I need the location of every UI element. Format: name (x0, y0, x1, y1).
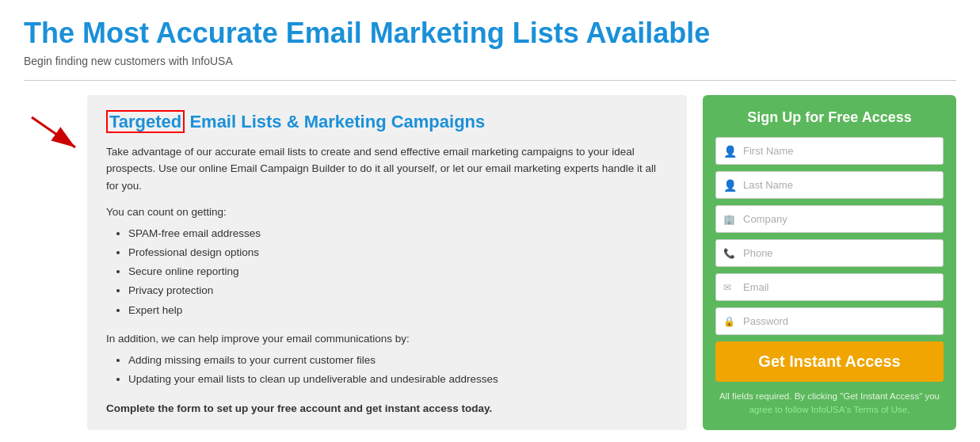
terms-period: . (907, 405, 909, 414)
phone-input[interactable] (715, 239, 944, 267)
email-input[interactable] (715, 273, 944, 301)
list-item: Adding missing emails to your current cu… (128, 351, 668, 370)
get-instant-access-button[interactable]: Get Instant Access (715, 341, 944, 382)
terms-text: All fields required. By clicking "Get In… (715, 390, 944, 417)
list-item: Expert help (128, 301, 668, 320)
last-name-group: 👤 (715, 171, 944, 199)
content-heading: Targeted Email Lists & Marketing Campaig… (106, 111, 668, 134)
main-content: Targeted Email Lists & Marketing Campaig… (24, 95, 956, 430)
page-subtitle: Begin finding new customers with InfoUSA (24, 55, 956, 67)
list-item: Professional design options (128, 243, 668, 262)
divider (24, 80, 956, 81)
targeted-label: Targeted (106, 110, 185, 133)
list-item: Secure online reporting (128, 262, 668, 281)
arrow-icon (24, 109, 87, 157)
can-count-label: You can count on getting: (106, 206, 668, 218)
svg-line-1 (32, 117, 75, 147)
last-name-input[interactable] (715, 171, 944, 199)
content-description: Take advantage of our accurate email lis… (106, 143, 668, 195)
complete-form-text: Complete the form to set up your free ac… (106, 402, 668, 414)
first-name-input[interactable] (715, 137, 944, 165)
heading-rest: Email Lists & Marketing Campaigns (185, 112, 485, 131)
right-panel: Sign Up for Free Access 👤 👤 🏢 📞 ✉ (703, 95, 956, 430)
panel-title: Sign Up for Free Access (715, 109, 944, 126)
password-input[interactable] (715, 307, 944, 335)
company-input[interactable] (715, 205, 944, 233)
phone-group: 📞 (715, 239, 944, 267)
bullet-list-1: SPAM-free email addresses Professional d… (106, 224, 668, 320)
left-section: Targeted Email Lists & Marketing Campaig… (24, 95, 687, 429)
terms-before: All fields required. By clicking "Get In… (719, 391, 940, 401)
email-group: ✉ (715, 273, 944, 301)
page-title: The Most Accurate Email Marketing Lists … (24, 16, 956, 50)
in-addition-label: In addition, we can help improve your em… (106, 333, 668, 345)
company-group: 🏢 (715, 205, 944, 233)
arrow-col (24, 95, 87, 429)
content-box: Targeted Email Lists & Marketing Campaig… (87, 95, 687, 429)
list-item: Updating your email lists to clean up un… (128, 370, 668, 389)
first-name-group: 👤 (715, 137, 944, 165)
bullet-list-2: Adding missing emails to your current cu… (106, 351, 668, 390)
list-item: Privacy protection (128, 281, 668, 300)
list-item: SPAM-free email addresses (128, 224, 668, 243)
password-group: 🔒 (715, 307, 944, 335)
page-wrapper: The Most Accurate Email Marketing Lists … (0, 0, 980, 442)
terms-link[interactable]: agree to follow InfoUSA's Terms of Use (749, 405, 908, 414)
